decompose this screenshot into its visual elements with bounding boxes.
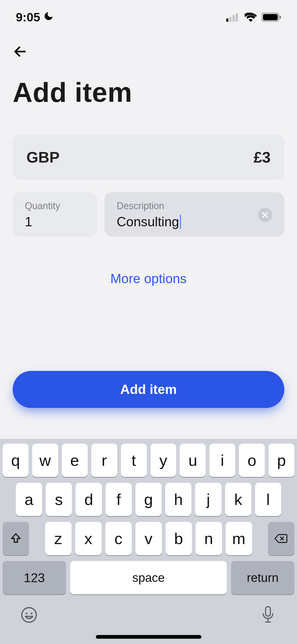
key-q[interactable]: q — [3, 444, 29, 477]
svg-rect-2 — [233, 15, 235, 22]
key-m[interactable]: m — [226, 522, 252, 555]
key-d[interactable]: d — [76, 483, 102, 516]
svg-point-14 — [31, 613, 32, 614]
quantity-label: Quantity — [25, 200, 85, 211]
keyboard-bottom — [3, 594, 294, 631]
key-a[interactable]: a — [16, 483, 42, 516]
svg-point-13 — [26, 613, 27, 614]
keyboard-row-3: z x c v b n m — [3, 522, 294, 555]
quantity-value: 1 — [25, 214, 85, 229]
svg-rect-3 — [236, 13, 238, 22]
key-backspace[interactable] — [268, 522, 294, 555]
home-indicator[interactable] — [96, 635, 201, 639]
description-field[interactable]: Description Consulting — [105, 192, 284, 237]
key-s[interactable]: s — [46, 483, 72, 516]
add-item-button[interactable]: Add item — [13, 371, 284, 408]
quantity-field[interactable]: Quantity 1 — [13, 192, 97, 237]
key-space[interactable]: space — [70, 561, 227, 594]
key-j[interactable]: j — [195, 483, 221, 516]
text-caret — [180, 215, 181, 229]
key-123[interactable]: 123 — [3, 561, 66, 594]
key-u[interactable]: u — [180, 444, 206, 477]
cellular-icon — [226, 13, 239, 22]
key-l[interactable]: l — [255, 483, 281, 516]
keyboard-row-1: q w e r t y u i o p — [3, 444, 294, 477]
svg-rect-5 — [263, 14, 278, 20]
key-p[interactable]: p — [268, 444, 294, 477]
key-e[interactable]: e — [62, 444, 88, 477]
moon-icon — [43, 10, 54, 24]
description-label: Description — [117, 200, 258, 211]
key-v[interactable]: v — [135, 522, 162, 555]
currency-amount-field[interactable]: GBP £3 — [13, 135, 284, 180]
back-button[interactable] — [13, 42, 31, 61]
emoji-button[interactable] — [18, 604, 40, 625]
key-g[interactable]: g — [135, 483, 162, 516]
key-h[interactable]: h — [165, 483, 191, 516]
key-r[interactable]: r — [91, 444, 117, 477]
key-z[interactable]: z — [45, 522, 72, 555]
svg-rect-0 — [226, 19, 228, 22]
key-t[interactable]: t — [121, 444, 147, 477]
page-title: Add item — [13, 77, 284, 108]
key-b[interactable]: b — [166, 522, 192, 555]
status-left: 9:05 — [16, 10, 54, 24]
svg-rect-15 — [266, 607, 270, 616]
wifi-icon — [244, 13, 257, 22]
clear-description-button[interactable] — [258, 208, 272, 222]
status-time: 9:05 — [16, 10, 40, 24]
key-f[interactable]: f — [106, 483, 132, 516]
status-bar: 9:05 — [0, 0, 297, 34]
description-value: Consulting — [117, 214, 179, 229]
key-w[interactable]: w — [32, 444, 58, 477]
key-shift[interactable] — [3, 522, 29, 555]
key-return[interactable]: return — [231, 561, 294, 594]
key-k[interactable]: k — [225, 483, 251, 516]
dictation-button[interactable] — [257, 604, 279, 625]
key-o[interactable]: o — [239, 444, 265, 477]
key-y[interactable]: y — [150, 444, 176, 477]
amount-value: £3 — [253, 148, 271, 166]
keyboard-row-2: a s d f g h j k l — [3, 483, 294, 516]
key-n[interactable]: n — [196, 522, 222, 555]
svg-rect-1 — [229, 17, 232, 22]
keyboard-row-4: 123 space return — [3, 561, 294, 594]
more-options-link[interactable]: More options — [13, 271, 284, 286]
key-i[interactable]: i — [209, 444, 235, 477]
battery-icon — [262, 13, 281, 22]
keyboard: q w e r t y u i o p a s d f g h j k l z … — [0, 439, 297, 644]
key-c[interactable]: c — [105, 522, 132, 555]
svg-point-12 — [22, 608, 36, 622]
currency-code: GBP — [26, 148, 60, 166]
status-right — [226, 13, 281, 22]
svg-rect-6 — [280, 16, 281, 19]
key-x[interactable]: x — [75, 522, 102, 555]
